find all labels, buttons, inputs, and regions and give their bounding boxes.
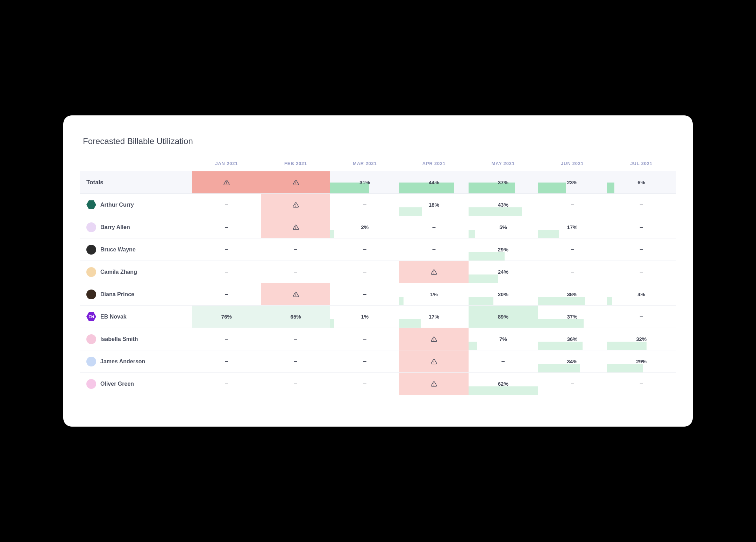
- utilization-cell: 6%: [607, 171, 676, 193]
- cell-fill-bar: [538, 183, 566, 194]
- cell-empty: –: [640, 223, 643, 231]
- cell-fill-bar: [607, 297, 612, 305]
- cell-fill-bar: [469, 207, 522, 216]
- svg-point-7: [295, 228, 296, 229]
- table-row[interactable]: Camila Zhang–––24%––: [80, 261, 676, 283]
- utilization-cell: [261, 171, 330, 193]
- month-header: APR 2021: [399, 161, 469, 166]
- cell-value: 4%: [637, 291, 645, 297]
- utilization-cell: –: [192, 194, 261, 216]
- totals-label: Totals: [80, 171, 192, 193]
- cell-empty: –: [501, 358, 505, 365]
- cell-value: 62%: [498, 381, 508, 387]
- warning-icon: [293, 224, 299, 230]
- warning-icon: [293, 179, 299, 186]
- utilization-cell: –: [607, 238, 676, 261]
- utilization-cell: –: [261, 238, 330, 261]
- utilization-cell: –: [330, 328, 399, 350]
- avatar: [86, 334, 96, 344]
- cell-empty: –: [363, 291, 366, 298]
- cell-empty: –: [225, 358, 228, 365]
- person-name-cell: Isabella Smith: [80, 328, 192, 350]
- cell-value: 32%: [636, 336, 647, 342]
- utilization-cell: [261, 194, 330, 216]
- utilization-cell: –: [261, 261, 330, 283]
- cell-value: 29%: [636, 358, 647, 364]
- utilization-cell: –: [538, 238, 607, 261]
- utilization-card: Forecasted Billable Utilization JAN 2021…: [63, 115, 693, 427]
- warning-icon: [223, 179, 230, 186]
- cell-empty: –: [570, 246, 574, 253]
- cell-empty: –: [570, 380, 574, 387]
- table-row[interactable]: ENEB Novak76%65%1%17%89%37%–: [80, 306, 676, 328]
- table-row[interactable]: Bruce Wayne––––29%––: [80, 238, 676, 261]
- utilization-cell: –: [607, 261, 676, 283]
- utilization-cell: [399, 328, 469, 350]
- svg-point-13: [434, 340, 434, 341]
- cell-value: 7%: [499, 336, 507, 342]
- cell-empty: –: [640, 246, 643, 253]
- utilization-cell: 37%: [469, 171, 538, 193]
- person-name-cell: Camila Zhang: [80, 261, 192, 283]
- cell-empty: –: [294, 246, 298, 253]
- cell-value: 29%: [498, 247, 508, 252]
- person-name-cell: ENEB Novak: [80, 306, 192, 328]
- cell-value: 17%: [429, 314, 439, 320]
- utilization-cell: 1%: [399, 283, 469, 305]
- cell-empty: –: [225, 246, 228, 253]
- table-row[interactable]: Arthur Curry––18%43%––: [80, 194, 676, 216]
- cell-fill-bar: [469, 297, 493, 305]
- cell-empty: –: [640, 201, 643, 208]
- table-row[interactable]: Oliver Green–––62%––: [80, 373, 676, 395]
- cell-empty: –: [294, 268, 298, 276]
- utilization-cell: –: [330, 194, 399, 216]
- svg-point-11: [295, 295, 296, 296]
- svg-point-17: [434, 385, 434, 385]
- person-name-cell: James Anderson: [80, 350, 192, 372]
- utilization-cell: –: [330, 350, 399, 372]
- person-name-cell: Arthur Curry: [80, 194, 192, 216]
- utilization-cell: –: [192, 373, 261, 395]
- cell-value: 6%: [637, 179, 645, 185]
- utilization-cell: –: [538, 373, 607, 395]
- cell-value: 44%: [429, 179, 439, 185]
- utilization-cell: –: [399, 238, 469, 261]
- utilization-cell: –: [192, 261, 261, 283]
- utilization-cell: 17%: [399, 306, 469, 328]
- utilization-cell: [261, 283, 330, 305]
- person-name: Diana Prince: [100, 291, 134, 298]
- utilization-cell: –: [261, 328, 330, 350]
- warning-icon: [431, 269, 437, 275]
- cell-empty: –: [225, 380, 228, 387]
- avatar: EN: [86, 312, 96, 322]
- utilization-cell: –: [538, 194, 607, 216]
- table-row[interactable]: Barry Allen–2%–5%17%–: [80, 216, 676, 238]
- utilization-cell: [192, 171, 261, 193]
- utilization-cell: –: [330, 373, 399, 395]
- avatar: [86, 267, 96, 277]
- utilization-cell: 36%: [538, 328, 607, 350]
- cell-fill-bar: [399, 297, 404, 305]
- cell-empty: –: [363, 380, 366, 387]
- cell-empty: –: [570, 201, 574, 208]
- utilization-cell: –: [607, 373, 676, 395]
- avatar: [86, 379, 96, 389]
- utilization-cell: 29%: [607, 350, 676, 372]
- table-row[interactable]: Isabella Smith–––7%36%32%: [80, 328, 676, 350]
- cell-value: 37%: [567, 314, 577, 320]
- utilization-cell: 20%: [469, 283, 538, 305]
- cell-fill-bar: [607, 364, 643, 372]
- person-name: Bruce Wayne: [100, 247, 136, 253]
- svg-point-3: [295, 184, 296, 184]
- table-row[interactable]: Diana Prince––1%20%38%4%: [80, 283, 676, 306]
- utilization-cell: –: [330, 238, 399, 261]
- person-name-cell: Barry Allen: [80, 216, 192, 238]
- cell-fill-bar: [469, 386, 538, 395]
- utilization-cell: –: [538, 261, 607, 283]
- month-header: JUL 2021: [607, 161, 676, 166]
- utilization-cell: 17%: [538, 216, 607, 238]
- table-row[interactable]: James Anderson––––34%29%: [80, 350, 676, 373]
- cell-value: 24%: [498, 269, 508, 275]
- cell-value: 17%: [567, 224, 577, 230]
- cell-empty: –: [432, 246, 436, 253]
